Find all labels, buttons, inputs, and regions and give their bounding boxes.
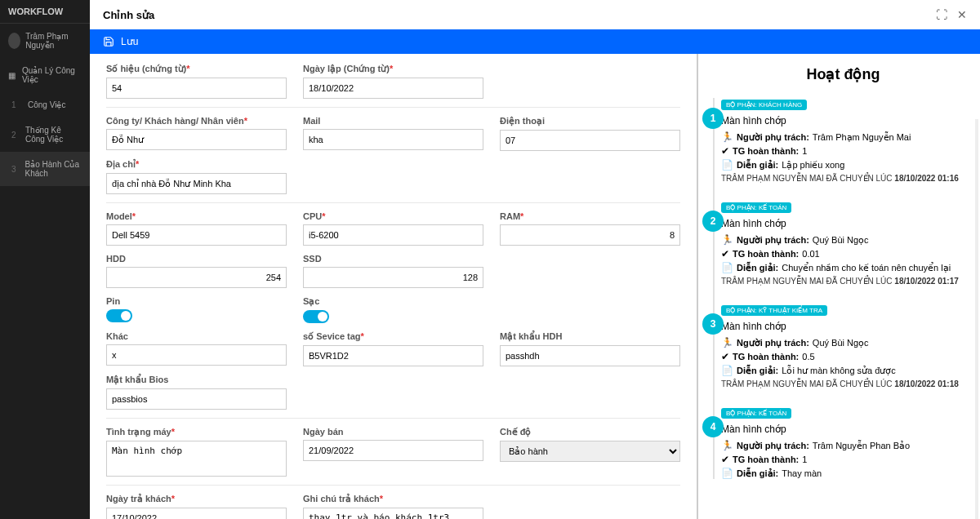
note-icon: 📄 (721, 159, 733, 171)
label-ngaylap: Ngày lập (Chứng từ)* (303, 64, 483, 74)
activity-panel: Hoạt động 1BỘ PHẬN: KHÁCH HÀNGMàn hình c… (698, 54, 980, 519)
step-note: 📄Diễn giải:Chuyển nhầm cho kế toán nên c… (721, 262, 965, 273)
step-dept-badge: BỘ PHẬN: KẾ TOÁN (721, 202, 791, 213)
step-dept-badge: BỘ PHẬN: KỸ THUẬT KIỂM TRA (721, 305, 827, 316)
step-assignee: 🏃Người phụ trách:Trâm Phạm Nguyễn Mai (721, 131, 965, 143)
input-matkhauhdh[interactable] (500, 345, 680, 366)
fullscreen-icon[interactable]: ⛶ (936, 8, 947, 21)
input-matkhaubios[interactable] (106, 388, 287, 410)
select-chedo[interactable]: Bảo hành (500, 441, 680, 462)
input-dienthoai[interactable] (500, 130, 680, 151)
input-ghichu[interactable]: thay 1tr và báo khách 1tr3 (303, 508, 483, 519)
sidebar-item-congviec[interactable]: 1 Công Việc (0, 92, 90, 118)
label-sac: Sạc (303, 296, 483, 307)
label-ram: RAM* (500, 211, 680, 221)
label-ghichu: Ghi chú trả khách* (303, 494, 483, 504)
check-icon: ✔ (721, 145, 729, 157)
check-icon: ✔ (721, 454, 729, 465)
save-label: Lưu (121, 36, 138, 47)
label-hdd: HDD (106, 254, 287, 264)
note-icon: 📄 (721, 468, 733, 479)
step-time: ✔TG hoàn thành:0.01 (721, 248, 965, 260)
sidebar-item-thongke[interactable]: 2 Thống Kê Công Việc (0, 118, 90, 152)
label-dienthoai: Điện thoại (500, 116, 680, 126)
dashboard-icon: ▦ (8, 71, 16, 80)
label-cpu: CPU* (303, 211, 483, 221)
person-icon: 🏃 (721, 234, 733, 246)
label-diachi: Địa chỉ* (106, 159, 287, 170)
scrollbar[interactable] (975, 119, 978, 519)
input-ngaytrakhach[interactable] (106, 508, 287, 519)
app-brand: WORKFLOW (0, 0, 90, 24)
step-dept-badge: BỘ PHẬN: KẾ TOÁN (721, 408, 791, 419)
input-sohieu[interactable] (106, 78, 287, 99)
input-servicetag[interactable] (303, 345, 483, 366)
activity-title: Hoạt động (721, 65, 965, 83)
label-khac: Khác (106, 331, 287, 341)
step-number: 4 (702, 416, 724, 437)
sidebar-user[interactable]: Trâm Phạm Nguyễn (0, 24, 90, 58)
step-number: 1 (702, 108, 724, 129)
input-ram[interactable] (500, 224, 680, 246)
label-tinhtrang: Tình trạng máy* (106, 427, 287, 437)
input-khac[interactable] (106, 344, 287, 366)
step-note: 📄Diễn giải:Thay màn (721, 468, 965, 479)
label-pin: Pin (106, 296, 287, 306)
input-diachi[interactable] (106, 173, 287, 194)
step-time: ✔TG hoàn thành:1 (721, 145, 965, 157)
input-hdd[interactable] (106, 267, 287, 288)
label-chedo: Chế độ (500, 427, 680, 437)
close-icon[interactable]: ✕ (957, 8, 967, 21)
user-name: Trâm Phạm Nguyễn (25, 32, 82, 50)
input-congty[interactable] (106, 129, 287, 150)
sidebar-menu-header[interactable]: ▦ Quản Lý Công Việc (0, 58, 90, 92)
step-transfer-meta: TRÂM PHẠM NGUYỄN MAI ĐÃ CHUYỂN LÚC 18/10… (721, 277, 965, 286)
note-icon: 📄 (721, 262, 733, 273)
step-transfer-meta: TRÂM PHẠM NGUYỄN MAI ĐÃ CHUYỂN LÚC 18/10… (721, 379, 965, 388)
label-model: Model* (106, 211, 287, 221)
activity-step: 3BỘ PHẬN: KỸ THUẬT KIỂM TRAMàn hình chớp… (721, 304, 965, 388)
label-ngaytrakhach: Ngày trả khách* (106, 494, 287, 504)
step-title: Màn hình chớp (721, 424, 965, 435)
step-number: 2 (702, 211, 724, 232)
step-note: 📄Diễn giải:Lỗi hư màn không sửa được (721, 365, 965, 376)
input-ssd[interactable] (303, 267, 483, 288)
label-mail: Mail (303, 116, 483, 126)
label-matkhauhdh: Mật khẩu HDH (500, 331, 680, 342)
step-assignee: 🏃Người phụ trách:Trâm Nguyễn Phan Bảo (721, 440, 965, 451)
edit-modal: Chỉnh sửa ⛶ ✕ Lưu Số hiệu (chứng từ)* Ng… (90, 0, 980, 519)
note-icon: 📄 (721, 365, 733, 376)
step-assignee: 🏃Người phụ trách:Quý Bùi Ngọc (721, 337, 965, 348)
modal-title: Chỉnh sửa (103, 9, 154, 21)
step-number: 3 (702, 313, 724, 335)
toggle-sac[interactable] (303, 310, 329, 323)
label-matkhaubios: Mật khẩu Bios (106, 375, 287, 385)
step-dept-badge: BỘ PHẬN: KHÁCH HÀNG (721, 100, 807, 110)
activity-step: 1BỘ PHẬN: KHÁCH HÀNGMàn hình chớp🏃Người … (721, 98, 965, 183)
label-congty: Công ty/ Khách hàng/ Nhân viên* (106, 116, 287, 126)
step-time: ✔TG hoàn thành:1 (721, 454, 965, 465)
input-tinhtrang[interactable]: Màn hình chớp (106, 441, 287, 477)
sidebar-item-baohanh[interactable]: 3 Bảo Hành Của Khách (0, 152, 90, 186)
check-icon: ✔ (721, 248, 729, 260)
input-ngaylap[interactable] (303, 78, 483, 99)
input-model[interactable] (106, 224, 287, 246)
label-ssd: SSD (303, 254, 483, 264)
step-note: 📄Diễn giải:Lập phiếu xong (721, 159, 965, 171)
person-icon: 🏃 (721, 337, 733, 348)
step-title: Màn hình chớp (721, 218, 965, 229)
input-ngayban[interactable] (303, 440, 483, 461)
label-servicetag: số Sevice tag* (303, 331, 483, 342)
activity-step: 2BỘ PHẬN: KẾ TOÁNMàn hình chớp🏃Người phụ… (721, 201, 965, 286)
input-cpu[interactable] (303, 224, 483, 246)
person-icon: 🏃 (721, 440, 733, 451)
save-button[interactable]: Lưu (90, 29, 980, 54)
step-time: ✔TG hoàn thành:0.5 (721, 351, 965, 362)
avatar (8, 33, 20, 49)
label-ngayban: Ngày bán (303, 427, 483, 437)
label-sohieu: Số hiệu (chứng từ)* (106, 64, 287, 74)
form-area: Số hiệu (chứng từ)* Ngày lập (Chứng từ)*… (90, 54, 698, 519)
input-mail[interactable] (303, 129, 483, 150)
toggle-pin[interactable] (106, 309, 132, 322)
step-title: Màn hình chớp (721, 115, 965, 126)
